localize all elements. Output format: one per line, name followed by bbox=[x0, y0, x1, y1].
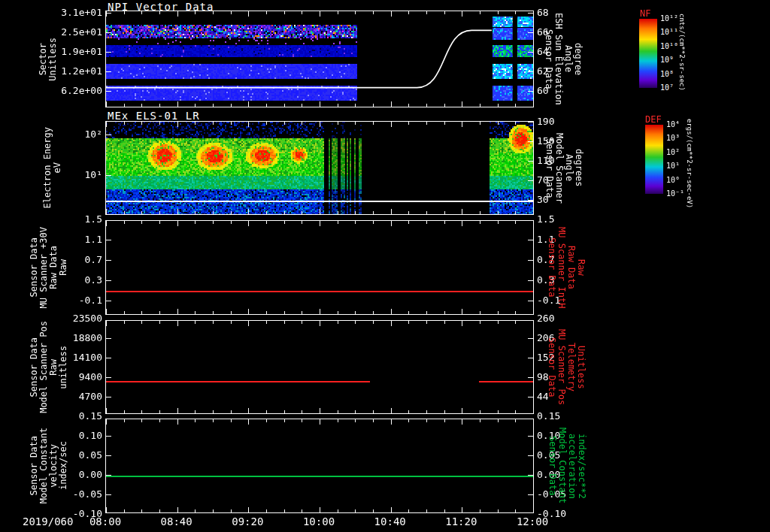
colorbar-tick-label: 10³ bbox=[666, 135, 680, 142]
x-tick-marks-bottom bbox=[106, 507, 533, 512]
time-tick-label: 12:00 bbox=[517, 515, 548, 527]
colorbar1-scale: 10¹²10¹¹10¹⁰10⁹10⁸10⁷ bbox=[660, 19, 690, 88]
time-axis-labels: 08:0008:4009:2010:0010:4011:2012:00 bbox=[105, 515, 534, 527]
y-tick-label: 0.7 bbox=[85, 255, 102, 264]
axis-title-line: degree bbox=[573, 43, 583, 75]
y-tick-label: 0.10 bbox=[79, 431, 102, 440]
npi-spectrogram-canvas bbox=[106, 11, 533, 107]
axis-title-line: Raw Data bbox=[566, 246, 576, 289]
colorbar-tick-label: 10⁴ bbox=[666, 121, 680, 128]
colorbar2-title: DEF bbox=[645, 114, 662, 125]
y-tick-marks-right bbox=[528, 221, 533, 314]
axis-title-line: MU Scanner IntH bbox=[556, 227, 566, 308]
colorbar-tick-label: 10⁰ bbox=[666, 177, 680, 184]
panel1-left-axis-title: SectorUnitless bbox=[21, 11, 75, 107]
colorbar-tick-label: 10¹⁰ bbox=[660, 43, 678, 50]
axis-title-line: Telemetry bbox=[566, 343, 576, 391]
mu-scanner-30v-panel bbox=[105, 220, 534, 315]
axis-title-line: Sensor Data bbox=[544, 138, 554, 198]
colorbar1-units: cnts/(cm**2-sr-sec) bbox=[678, 14, 686, 96]
colorbar-tick-label: 10⁻¹ bbox=[666, 190, 684, 198]
panel5-left-axis-title: Sensor DataModel Constantvelocityindex/s… bbox=[20, 419, 78, 513]
x-tick-marks-top bbox=[106, 221, 533, 226]
y-tick-marks-right bbox=[528, 321, 533, 413]
y-tick-label: 10² bbox=[85, 129, 102, 139]
axis-title-line: Raw Data bbox=[49, 246, 59, 289]
colorbar-tick-label: 10⁸ bbox=[660, 71, 674, 78]
panel3-right-axis-title: Sensor DataMU Scanner IntHRaw DataRaw bbox=[543, 220, 590, 315]
colorbar-tick-label: 10¹¹ bbox=[660, 29, 678, 36]
y-tick-label: 0.3 bbox=[85, 275, 102, 285]
y-tick-label: 9400 bbox=[79, 372, 102, 382]
time-tick-label: 10:00 bbox=[303, 515, 335, 527]
axis-title-line: Raw bbox=[576, 259, 586, 276]
axis-title-line: acceleration bbox=[567, 434, 577, 499]
y-tick-label: 0.05 bbox=[79, 450, 102, 460]
y-tick-label: 1.5 bbox=[85, 214, 102, 224]
axis-title-line: index/sec**2 bbox=[577, 434, 587, 499]
y-tick-marks-left bbox=[106, 221, 111, 314]
time-tick-label: 11:20 bbox=[445, 515, 477, 527]
y-tick-label: -0.1 bbox=[79, 295, 102, 305]
els-spectrogram-panel bbox=[105, 121, 534, 215]
panel2-right-axis-title: Sensor DataModel ScannerAngledegrees bbox=[540, 121, 588, 215]
colorbar2-gradient bbox=[645, 125, 663, 194]
colorbar2-units: ergs/(cm**2-sr-sec-eV) bbox=[686, 119, 693, 209]
axis-title-line: Sensor Data bbox=[547, 237, 556, 297]
colorbar-tick-label: 10⁷ bbox=[660, 84, 674, 92]
y-tick-label: 10¹ bbox=[85, 170, 102, 180]
axis-title-line: MU Scanner Pos bbox=[556, 329, 566, 405]
x-tick-marks-top bbox=[106, 419, 533, 425]
axis-title-line: Raw bbox=[49, 359, 59, 376]
colorbar-tick-label: 10⁹ bbox=[660, 56, 674, 64]
time-tick-label: 08:00 bbox=[89, 515, 121, 527]
y-tick-marks-left bbox=[106, 419, 111, 512]
model-constant-velocity-panel bbox=[105, 419, 534, 513]
colorbar1 bbox=[639, 19, 657, 88]
axis-title-line: Angle bbox=[564, 154, 574, 181]
y-tick-label: 0.15 bbox=[79, 411, 102, 421]
time-tick-label: 08:40 bbox=[161, 515, 192, 527]
axis-title-line: index/sec bbox=[59, 441, 68, 490]
axis-title-line: Model Constant bbox=[557, 428, 567, 503]
y-tick-marks-left bbox=[106, 321, 111, 413]
y-tick-label: 4700 bbox=[79, 391, 102, 401]
mu-scanner-30v-data-line bbox=[106, 291, 533, 292]
y-tick-label: 1.1 bbox=[85, 234, 102, 244]
axis-title-line: Model Scanner bbox=[554, 133, 564, 204]
axis-title-line: eV bbox=[53, 162, 62, 173]
axis-title-line: ESH Sun Elevation bbox=[553, 13, 563, 105]
axis-title-line: Sensor Data bbox=[547, 337, 556, 397]
panel2-title: MEx ELS-01 LR bbox=[108, 110, 200, 122]
time-tick-label: 09:20 bbox=[232, 515, 263, 527]
axis-title-line: unitless bbox=[59, 346, 68, 389]
date-label: 2019/060 bbox=[23, 515, 73, 527]
y-tick-marks-right bbox=[528, 419, 533, 512]
colorbar-tick-label: 10¹² bbox=[660, 15, 678, 23]
panel3-left-axis-title: Sensor DataMU Scanner +30VRaw DataRaw bbox=[20, 220, 78, 315]
axis-title-line: Sensor Data bbox=[544, 29, 553, 89]
npi-spectrogram-panel bbox=[105, 11, 534, 107]
axis-title-line: Unitless bbox=[576, 346, 586, 389]
axis-title-line: Sensor Data bbox=[547, 436, 557, 495]
axis-title-line: Unitless bbox=[48, 38, 58, 81]
panel4-left-axis-title: Sensor DataModel Scanner PosRawunitless bbox=[20, 320, 78, 414]
model-scanner-pos-panel bbox=[105, 320, 534, 414]
colorbar-tick-label: 10² bbox=[666, 149, 680, 156]
colorbar1-title: NF bbox=[640, 8, 650, 19]
colorbar2 bbox=[645, 125, 663, 194]
colorbar1-gradient bbox=[639, 19, 657, 88]
time-tick-label: 10:40 bbox=[374, 515, 406, 527]
axis-title-line: velocity bbox=[49, 444, 59, 488]
axis-title-line: Raw bbox=[59, 259, 68, 276]
scanner-pos-data-line-segment1 bbox=[106, 381, 370, 382]
els-spectrogram-canvas bbox=[106, 122, 533, 214]
panel2-left-axis-title: Electron EnergyeV bbox=[30, 121, 75, 215]
colorbar-tick-label: 10¹ bbox=[666, 162, 680, 170]
panel4-right-axis-title: Sensor DataMU Scanner PosTelemetryUnitle… bbox=[543, 320, 590, 414]
x-tick-marks-bottom bbox=[106, 408, 533, 413]
axis-title-line: degrees bbox=[574, 149, 584, 187]
scanner-pos-data-line-segment2 bbox=[479, 381, 533, 382]
axis-title-line: Angle bbox=[563, 45, 573, 72]
science-plot-screen: NPI Vector Data MEx ELS-01 LR bbox=[0, 0, 770, 532]
